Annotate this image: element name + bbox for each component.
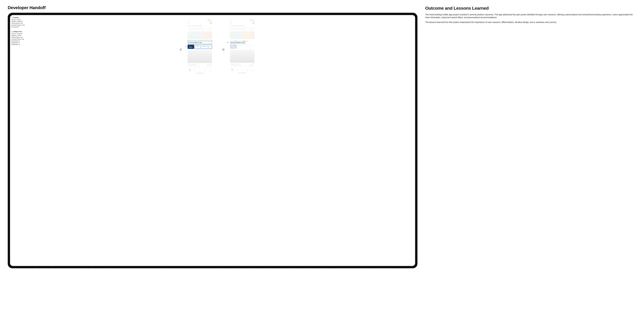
tablet-screen: Category Direction : Vertical Alignment … <box>10 15 415 266</box>
chip-villas[interactable]: Villas <box>238 44 243 49</box>
search-input[interactable]: ⌕ Search Any Place to Stay <box>230 27 251 30</box>
tab-favorites[interactable] <box>236 69 238 71</box>
hotel-card[interactable]: Christina Hotel ★ 4.2k 📍 Bucharest, Roma… <box>230 50 254 67</box>
avatar[interactable] <box>210 22 212 24</box>
search-placeholder: Search Any Place to Stay <box>190 28 203 29</box>
inspector-category-text: Category Text Direction : Horizontal Ali… <box>11 31 29 45</box>
tab-profile[interactable] <box>252 69 253 71</box>
search-icon: ⌕ <box>189 28 189 29</box>
menu-icon[interactable] <box>230 22 232 23</box>
accommodation-header: Accommodation Type <box>188 41 212 44</box>
inspector-row: Item spacing: 8 <box>11 26 29 27</box>
inspector-row: Padding right: 10 <box>11 44 29 45</box>
tab-profile[interactable] <box>209 70 211 71</box>
width-ruler <box>185 40 212 41</box>
menu-icon[interactable] <box>188 22 189 23</box>
price-word: Night <box>206 65 208 66</box>
filter-button[interactable]: ⚙ <box>209 27 212 30</box>
design-inspector: Category Direction : Vertical Alignment … <box>10 15 31 266</box>
accommodation-header-text: Accommodation Type <box>231 42 244 43</box>
time-label: 9:41 <box>188 20 190 21</box>
tab-bar: Home <box>186 68 213 72</box>
category-text-region[interactable]: ⇥⇤ 10 10 Accommodation Type <box>229 41 256 44</box>
avatar[interactable] <box>252 22 254 24</box>
pin-icon: 📍 <box>231 65 232 66</box>
inspector-row: Vertical resizing : Hug <box>11 37 29 38</box>
greeting-label: Hello, UIRomania 👋 <box>229 24 256 27</box>
hotel-rating: 4.2k <box>208 64 211 65</box>
promo-card[interactable]: "Book Now, Enjoy Discounts with our app!… <box>230 31 254 39</box>
chip-all-hotels[interactable]: All Hotels <box>188 45 194 49</box>
filter-button[interactable]: ⚙ <box>252 27 254 30</box>
inspector-row: Horizontal resizing : Hug <box>11 38 29 40</box>
tab-calendar[interactable] <box>242 69 244 71</box>
layout-marker-icon: → <box>222 48 225 53</box>
category-region[interactable]: Accommodation Type 8 All Hotels <box>186 40 213 49</box>
home-indicator <box>238 73 246 73</box>
map-icon[interactable] <box>251 51 254 53</box>
heart-icon <box>236 69 238 71</box>
promo-line2: Discounts with our app!" <box>189 34 211 36</box>
hotel-card[interactable]: Christina Hotel ★ 4.2k 📍 Bucharest, Roma… <box>188 50 212 68</box>
chip-resort[interactable]: Resort <box>201 45 208 49</box>
spacing-annotation: 8 <box>185 46 186 47</box>
hotel-name: Christina Hotel <box>189 64 197 65</box>
promo-line1: "Book Now, Enjoy <box>231 32 253 34</box>
user-icon <box>252 69 253 71</box>
padding-left-value: 10 <box>235 40 236 41</box>
pin-icon: 📍 <box>189 65 190 66</box>
inspector-category-title: Category <box>13 17 19 18</box>
tab-calendar[interactable] <box>199 70 201 71</box>
sliders-icon: ⚙ <box>252 28 254 29</box>
hug-indicator-icon: ⇥⇤ <box>226 42 229 43</box>
tab-inbox[interactable] <box>247 69 248 71</box>
tab-inbox[interactable] <box>204 70 206 71</box>
inspector-row: Alignment : Middle left <box>11 21 29 22</box>
svg-rect-0 <box>180 49 182 50</box>
chip-villas[interactable]: Villas <box>195 45 200 49</box>
inspector-row: Padding left: 10 <box>11 42 29 43</box>
hotel-photo <box>188 50 212 63</box>
chip-row[interactable]: All Hotels Villas Resort L <box>230 44 254 49</box>
search-input[interactable]: ⌕ Search Any Place to Stay <box>188 27 208 30</box>
star-icon: ★ <box>250 63 251 65</box>
chip-truncated[interactable]: L <box>251 44 254 49</box>
hotel-photo <box>230 50 254 63</box>
chip-truncated[interactable]: L <box>208 45 212 49</box>
hotel-rating: 4.2k <box>251 63 253 65</box>
carousel-dots <box>197 62 202 62</box>
status-bar: 9:41 📶 📡 🔋 <box>229 19 256 21</box>
inspector-category: Category Direction : Vertical Alignment … <box>11 17 29 27</box>
inspector-row: Item spacing: 10 <box>11 40 29 41</box>
status-bar: 9:41 📶 📡 🔋 <box>186 19 213 21</box>
search-icon: ⌕ <box>231 28 232 29</box>
status-indicators: 📶 📡 🔋 <box>250 20 254 21</box>
greeting-label: Hello, UIRomania 👋 <box>186 24 213 27</box>
page-title-left: Developer Handoff <box>8 5 418 10</box>
price-word: Night <box>248 65 251 66</box>
chip-all-hotels[interactable]: All Hotels <box>230 44 237 49</box>
inspector-category-text-title: Category Text <box>13 31 22 32</box>
tab-home[interactable]: Home <box>231 69 234 72</box>
promo-card[interactable]: "Book Now, Enjoy Discounts with our app!… <box>188 31 212 39</box>
chip-resort[interactable]: Resort <box>244 44 250 49</box>
tab-home-label: Home <box>231 71 234 72</box>
tab-home[interactable]: Home <box>188 69 191 72</box>
layout-marker-icon: ↓ <box>180 48 182 53</box>
home-icon <box>189 69 190 71</box>
status-indicators: 📶 📡 🔋 <box>208 20 212 21</box>
phone-right: → 9:41 📶 📡 🔋 <box>229 19 256 74</box>
user-icon <box>209 70 211 71</box>
map-icon[interactable] <box>208 51 211 54</box>
tab-favorites[interactable] <box>194 70 196 71</box>
promo-line1: "Book Now, Enjoy <box>189 32 211 34</box>
inspector-row: Direction : Horizontal <box>11 33 29 34</box>
accommodation-header-text: Accommodation Type <box>188 42 202 43</box>
frame-icon <box>11 17 12 18</box>
frame-icon <box>11 31 12 32</box>
chip-row[interactable]: All Hotels Villas Resort L <box>188 44 212 49</box>
promo-line2: Discounts with our app!" <box>231 34 253 36</box>
hotel-price: 209€ <box>251 65 253 66</box>
sliders-icon: ⚙ <box>210 28 211 29</box>
hotel-location: Bucharest, Romania <box>190 65 200 66</box>
